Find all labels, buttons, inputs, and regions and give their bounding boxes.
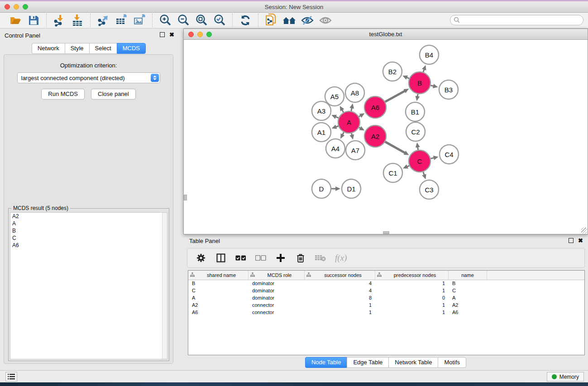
float-table-panel-icon[interactable] xyxy=(569,238,574,243)
mcds-result-item[interactable]: A xyxy=(10,220,167,227)
edge-A-A1[interactable] xyxy=(336,126,338,127)
function-builder-icon[interactable]: f(x) xyxy=(335,253,347,263)
network-window-titlebar[interactable]: testGlobe.txt xyxy=(184,29,588,40)
node-B1[interactable]: B1 xyxy=(406,102,425,121)
mcds-result-item[interactable]: A2 xyxy=(10,213,167,220)
tab-network-table[interactable]: Network Table xyxy=(388,357,438,368)
edge-A-A8[interactable] xyxy=(351,108,352,111)
node-D1[interactable]: D1 xyxy=(342,179,361,198)
edge-A-A2[interactable] xyxy=(359,128,360,129)
show-all-icon[interactable] xyxy=(316,13,335,28)
node-D[interactable]: D xyxy=(312,179,331,198)
result-list-scrollbar[interactable] xyxy=(162,213,167,359)
open-session-icon[interactable] xyxy=(6,13,24,28)
network-canvas[interactable]: B4B2BB3B1A5A8A6A3AA1C2A2A4A7CC1C4C3DD1 xyxy=(184,40,588,234)
edge-B-B4[interactable] xyxy=(423,69,424,72)
search-input[interactable] xyxy=(450,15,583,25)
tab-style[interactable]: Style xyxy=(65,43,89,54)
splitter-handle-bottom[interactable] xyxy=(383,231,389,234)
task-history-button[interactable] xyxy=(5,372,17,381)
criterion-select[interactable]: largest connected component (directed) xyxy=(17,72,160,83)
export-table-icon[interactable] xyxy=(112,13,130,28)
delete-table-icon[interactable] xyxy=(315,253,326,263)
export-network-icon[interactable] xyxy=(94,13,112,28)
edge-A-A4[interactable] xyxy=(343,132,344,135)
refresh-icon[interactable] xyxy=(236,13,254,28)
node-A7[interactable]: A7 xyxy=(346,141,365,160)
edge-C-C3[interactable] xyxy=(423,172,424,175)
mcds-result-item[interactable]: C xyxy=(10,234,167,242)
select-all-columns-icon[interactable] xyxy=(235,253,246,263)
node-B3[interactable]: B3 xyxy=(439,80,458,99)
import-network-icon[interactable] xyxy=(50,13,68,28)
edge-A-A3[interactable] xyxy=(335,117,338,118)
node-A4[interactable]: A4 xyxy=(326,139,345,158)
import-table-icon[interactable] xyxy=(68,13,86,28)
memory-button[interactable]: Memory xyxy=(547,372,584,381)
edge-A-A6[interactable] xyxy=(359,115,361,116)
zoom-selected-icon[interactable] xyxy=(210,13,229,28)
new-network-from-selection-icon[interactable] xyxy=(262,13,280,28)
tab-network[interactable]: Network xyxy=(32,43,65,54)
node-B2[interactable]: B2 xyxy=(383,62,402,81)
edge-B-B3[interactable] xyxy=(430,86,434,86)
tab-node-table[interactable]: Node Table xyxy=(305,357,347,368)
table-settings-gear-icon[interactable] xyxy=(196,253,206,263)
node-A6[interactable]: A6 xyxy=(364,96,386,118)
edge-A-A7[interactable] xyxy=(352,133,352,135)
node-C[interactable]: C xyxy=(409,150,430,172)
node-C1[interactable]: C1 xyxy=(383,163,402,182)
tab-mcds[interactable]: MCDS xyxy=(117,43,146,54)
close-table-panel-icon[interactable]: ✖ xyxy=(578,238,583,243)
table-row[interactable]: A6connector11A6 xyxy=(188,309,584,316)
edge-A-A5[interactable] xyxy=(342,110,344,113)
run-mcds-button[interactable]: Run MCDS xyxy=(41,89,85,100)
node-A1[interactable]: A1 xyxy=(312,123,331,142)
edge-C-C4[interactable] xyxy=(430,158,434,159)
column-header-successor-nodes[interactable]: successor nodes xyxy=(305,271,375,280)
table-row[interactable]: Cdominator41C xyxy=(188,287,584,295)
node-C3[interactable]: C3 xyxy=(420,180,439,199)
first-neighbors-icon[interactable] xyxy=(280,13,298,28)
edge-C-C2[interactable] xyxy=(418,147,418,150)
node-table[interactable]: shared nameMCDS rolesuccessor nodesprede… xyxy=(188,270,585,355)
edge-B-B1[interactable] xyxy=(417,94,418,97)
node-A3[interactable]: A3 xyxy=(312,101,331,120)
edge-A6-B[interactable] xyxy=(385,91,405,102)
table-row[interactable]: A2connector11A2 xyxy=(188,302,584,309)
tab-edge-table[interactable]: Edge Table xyxy=(347,357,388,368)
float-panel-icon[interactable] xyxy=(160,32,165,37)
mcds-result-list[interactable]: A2ABCA6 xyxy=(10,212,167,359)
node-A[interactable]: A xyxy=(338,111,360,133)
table-row[interactable]: Bdominator41B xyxy=(188,280,584,287)
node-B4[interactable]: B4 xyxy=(420,45,439,64)
column-header-predecessor-nodes[interactable]: predecessor nodes xyxy=(375,271,449,280)
tab-select[interactable]: Select xyxy=(89,43,117,54)
edge-C-C1[interactable] xyxy=(407,166,409,167)
node-C2[interactable]: C2 xyxy=(406,122,425,141)
window-resize-grip[interactable] xyxy=(581,228,587,234)
column-header-shared-name[interactable]: shared name xyxy=(188,271,249,280)
delete-column-trash-icon[interactable] xyxy=(295,253,306,263)
edge-A2-C[interactable] xyxy=(385,142,405,153)
create-column-plus-icon[interactable] xyxy=(275,253,286,263)
mcds-result-item[interactable]: B xyxy=(10,227,167,234)
column-header-MCDS-role[interactable]: MCDS role xyxy=(249,271,305,280)
export-image-icon[interactable] xyxy=(130,13,148,28)
save-session-icon[interactable] xyxy=(24,13,43,28)
splitter-handle-left[interactable] xyxy=(184,195,187,200)
zoom-in-icon[interactable] xyxy=(156,13,174,28)
node-B[interactable]: B xyxy=(409,72,430,94)
node-A5[interactable]: A5 xyxy=(325,87,344,106)
close-panel-icon[interactable]: ✖ xyxy=(169,32,174,37)
zoom-out-icon[interactable] xyxy=(174,13,192,28)
column-header-name[interactable]: name xyxy=(449,271,487,280)
close-panel-button[interactable]: Close panel xyxy=(91,89,136,100)
show-column-panel-icon[interactable] xyxy=(215,253,226,263)
node-C4[interactable]: C4 xyxy=(440,145,459,164)
edge-B-B2[interactable] xyxy=(406,77,409,78)
tab-motifs[interactable]: Motifs xyxy=(438,357,466,368)
node-A8[interactable]: A8 xyxy=(345,83,364,102)
hide-selected-icon[interactable] xyxy=(298,13,316,28)
mcds-result-item[interactable]: A6 xyxy=(10,242,167,249)
